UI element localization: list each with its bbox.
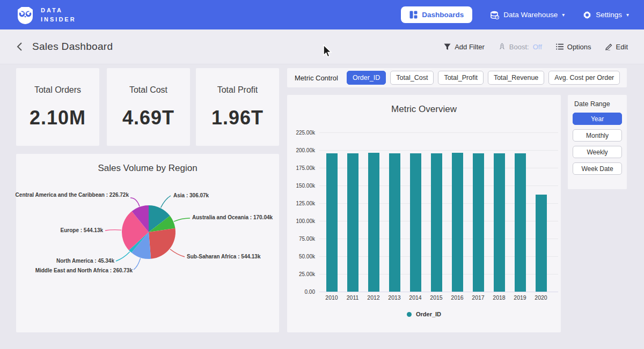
pie-leader-line xyxy=(161,196,171,207)
y-axis-tick: 25.00k xyxy=(287,271,315,277)
pie-slice-middle-east-and-north-africa[interactable] xyxy=(131,232,151,259)
chevron-down-icon: ▾ xyxy=(626,12,629,18)
kpi-value: 4.69T xyxy=(122,107,174,129)
date-range-option-year[interactable]: Year xyxy=(573,113,622,125)
rocket-icon xyxy=(499,43,506,50)
options-button[interactable]: Options xyxy=(556,43,591,51)
kpi-card-total-orders: Total Orders 2.10M xyxy=(16,68,99,146)
x-axis-tick: 2016 xyxy=(447,294,468,301)
date-range-option-week-date[interactable]: Week Date xyxy=(573,162,622,175)
pie-leader-line xyxy=(174,218,190,221)
settings-menu[interactable]: Settings ▾ xyxy=(583,11,629,19)
bar-2018[interactable] xyxy=(494,153,505,292)
pie-leader-line xyxy=(105,230,121,231)
dashboards-button[interactable]: Dashboards xyxy=(401,6,472,23)
owl-logo-icon xyxy=(15,5,35,25)
legend-label: Order_ID xyxy=(416,311,441,317)
pencil-icon xyxy=(605,43,612,50)
dashboards-label: Dashboards xyxy=(422,11,464,19)
bar-2019[interactable] xyxy=(515,153,526,292)
y-axis-tick: 100.00k xyxy=(287,218,315,224)
metric-control-bar: Metric Control Order_IDTotal_CostTotal_P… xyxy=(287,68,627,87)
pie-leader-line xyxy=(116,252,130,261)
pie-label: Sub-Saharan Africa : 544.13k xyxy=(187,254,260,259)
x-axis-tick: 2019 xyxy=(509,294,531,301)
data-warehouse-menu[interactable]: Data Warehouse ▾ xyxy=(491,11,565,19)
x-axis-tick: 2010 xyxy=(321,294,342,301)
metric-option-total-cost[interactable]: Total_Cost xyxy=(390,71,434,85)
legend-dot xyxy=(407,312,412,317)
boost-value: Off xyxy=(533,43,542,51)
kpi-value: 2.10M xyxy=(30,107,86,129)
list-icon xyxy=(556,43,564,50)
add-filter-button[interactable]: Add Filter xyxy=(444,43,485,51)
bar-chart-card: Metric Overview 225.00k200.00k175.00k150… xyxy=(287,95,561,332)
filter-icon xyxy=(444,43,451,50)
pie-slice-central-america-and-the-caribbean[interactable] xyxy=(132,205,149,232)
metric-option-avg-cost-per-order[interactable]: Avg. Cost per Order xyxy=(548,71,620,85)
pie-slice-sub-saharan-africa[interactable] xyxy=(149,228,175,259)
bar-chart-legend: Order_ID xyxy=(287,311,561,317)
kpi-label: Total Orders xyxy=(34,85,81,95)
chevron-down-icon: ▾ xyxy=(562,12,565,18)
pie-chart-title: Sales Volume by Region xyxy=(16,154,279,174)
bar-2015[interactable] xyxy=(431,153,442,292)
y-axis-tick: 0.00 xyxy=(287,289,315,295)
bar-2011[interactable] xyxy=(347,153,358,292)
date-range-option-monthly[interactable]: Monthly xyxy=(573,129,622,142)
date-range-option-weekly[interactable]: Weekly xyxy=(573,146,622,158)
y-axis-tick: 50.00k xyxy=(287,254,315,259)
x-axis-tick: 2011 xyxy=(342,294,363,301)
y-axis-tick: 150.00k xyxy=(287,183,315,189)
date-range-options: YearMonthlyWeeklyWeek Date xyxy=(573,113,622,175)
pie-label: Australia and Oceania : 170.04k xyxy=(192,214,273,220)
pie-leader-line xyxy=(170,249,185,257)
gridline xyxy=(319,292,558,292)
kpi-label: Total Profit xyxy=(217,85,258,95)
edit-button[interactable]: Edit xyxy=(605,43,628,51)
bar-chart-title: Metric Overview xyxy=(287,95,561,115)
bar-2010[interactable] xyxy=(326,153,338,292)
metric-option-total-revenue[interactable]: Total_Revenue xyxy=(488,71,544,85)
pie-slice-asia[interactable] xyxy=(149,205,170,232)
metric-control-options: Order_IDTotal_CostTotal_ProfitTotal_Reve… xyxy=(347,71,620,85)
pie-label: Central America and the Caribbean : 226.… xyxy=(16,192,129,198)
brand[interactable]: DATA INSIDER xyxy=(15,5,76,25)
y-axis-tick: 200.00k xyxy=(287,147,315,153)
settings-label: Settings xyxy=(596,11,622,19)
pie-label: Middle East and North Africa : 260.73k xyxy=(35,268,133,273)
bar-2020[interactable] xyxy=(536,195,547,292)
back-button[interactable] xyxy=(16,42,23,51)
pie-chart[interactable] xyxy=(16,154,279,332)
pie-chart-card: Sales Volume by Region Asia : 306.07k Au… xyxy=(16,154,279,332)
x-axis-tick: 2013 xyxy=(384,294,405,301)
dashboards-icon xyxy=(409,11,418,19)
kpi-card-total-profit: Total Profit 1.96T xyxy=(196,68,279,146)
kpi-label: Total Cost xyxy=(129,85,167,95)
date-range-label: Date Range xyxy=(573,100,622,108)
metric-option-total-profit[interactable]: Total_Profit xyxy=(438,71,484,85)
pie-slice-europe[interactable] xyxy=(122,211,149,250)
bar-2014[interactable] xyxy=(410,153,421,292)
bar-2013[interactable] xyxy=(389,153,400,292)
pie-leader-line xyxy=(134,258,141,270)
bar-2017[interactable] xyxy=(473,153,484,292)
metric-option-order-id[interactable]: Order_ID xyxy=(347,71,386,85)
page-header: Sales Dashboard Add Filter Boost: Off xyxy=(0,29,644,64)
x-axis-tick: 2014 xyxy=(405,294,426,301)
bar-2016[interactable] xyxy=(452,153,463,292)
brand-text: DATA INSIDER xyxy=(41,6,76,24)
gear-icon xyxy=(583,11,591,19)
bar-2012[interactable] xyxy=(368,153,379,292)
date-range-panel: Date Range YearMonthlyWeeklyWeek Date xyxy=(568,95,627,189)
top-navbar: DATA INSIDER Dashboards xyxy=(0,0,644,29)
pie-slice-north-america[interactable] xyxy=(129,232,149,253)
x-axis-tick: 2017 xyxy=(467,294,489,301)
boost-toggle[interactable]: Boost: Off xyxy=(499,43,542,51)
bar-chart-plot[interactable] xyxy=(319,127,558,292)
x-axis-tick: 2015 xyxy=(426,294,447,301)
pie-slice-australia-and-oceania[interactable] xyxy=(149,216,175,232)
x-axis-tick: 2012 xyxy=(363,294,384,301)
data-warehouse-label: Data Warehouse xyxy=(503,11,558,19)
database-icon xyxy=(491,11,499,19)
